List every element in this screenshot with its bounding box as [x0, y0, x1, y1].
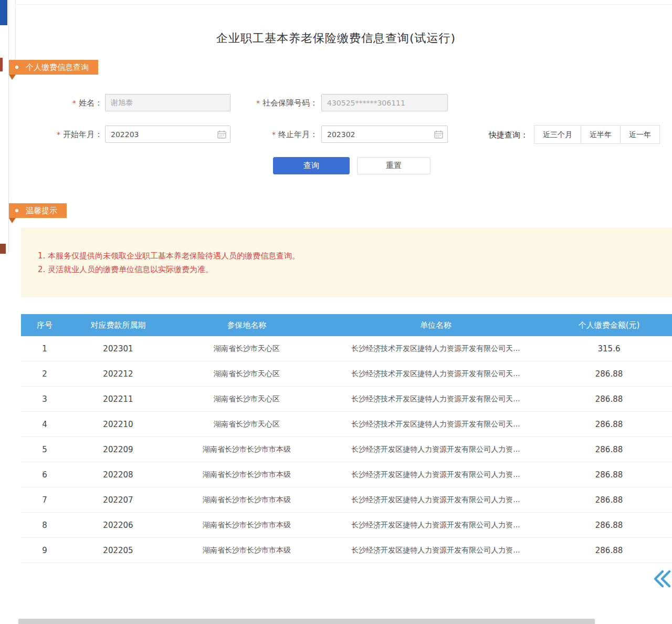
column-header-insured-place: 参保地名称 [168, 320, 326, 330]
query-button[interactable]: 查询 [273, 157, 350, 174]
quick-query-1year-button[interactable]: 近一年 [620, 125, 660, 144]
bullet-dot-icon [15, 209, 18, 212]
reset-button[interactable]: 重置 [357, 157, 430, 174]
required-star: * [256, 99, 260, 107]
cell-index: 8 [21, 521, 68, 530]
start-month-label: *开始年月： [41, 126, 102, 143]
column-header-amount: 个人缴费金额(元) [546, 320, 672, 330]
cell-index: 7 [21, 495, 68, 505]
cell-employer: 长沙经济技术开发区捷特人力资源开发有限公司天... [326, 394, 546, 404]
cell-period: 202205 [68, 546, 168, 555]
cell-index: 6 [21, 470, 68, 480]
cell-insured-place: 湖南省长沙市天心区 [168, 344, 326, 353]
quick-query-button-group: 近三个月 近半年 近一年 [534, 125, 660, 144]
quick-query-halfyear-button[interactable]: 近半年 [581, 125, 621, 144]
table-header-row: 序号 对应费款所属期 参保地名称 单位名称 个人缴费金额(元) [21, 314, 672, 336]
left-edge-artifact [0, 244, 6, 254]
table-row: 9 202205 湖南省长沙市长沙市市本级 长沙经济开发区捷特人力资源开发有限公… [21, 538, 672, 563]
sidebar-tab-fragment [0, 0, 7, 25]
cell-amount: 286.88 [546, 420, 672, 429]
ssn-label: *社会保障号码： [235, 94, 318, 112]
end-month-label: *终止年月： [256, 126, 318, 143]
cell-index: 9 [21, 546, 68, 555]
cell-insured-place: 湖南省长沙市长沙市市本级 [168, 495, 326, 505]
left-edge-artifact [0, 58, 3, 71]
required-star: * [72, 99, 76, 107]
cell-period: 202209 [68, 445, 168, 454]
cell-insured-place: 湖南省长沙市长沙市市本级 [168, 521, 326, 530]
table-row: 4 202210 湖南省长沙市天心区 长沙经济技术开发区捷特人力资源开发有限公司… [21, 412, 672, 437]
cell-period: 202207 [68, 495, 168, 505]
cell-insured-place: 湖南省长沙市长沙市市本级 [168, 546, 326, 555]
required-star: * [57, 130, 60, 139]
table-row: 3 202211 湖南省长沙市天心区 长沙经济技术开发区捷特人力资源开发有限公司… [21, 387, 672, 412]
table-row: 6 202208 湖南省长沙市长沙市市本级 长沙经济开发区捷特人力资源开发有限公… [21, 462, 672, 487]
ribbon-fold [9, 75, 16, 80]
calendar-icon[interactable] [217, 130, 226, 139]
cell-insured-place: 湖南省长沙市长沙市市本级 [168, 470, 326, 480]
cell-amount: 286.88 [546, 546, 672, 555]
cell-amount: 286.88 [546, 445, 672, 454]
cell-amount: 286.88 [546, 470, 672, 480]
cell-amount: 286.88 [546, 521, 672, 530]
cell-index: 4 [21, 420, 68, 429]
cell-index: 2 [21, 369, 68, 379]
cell-period: 202211 [68, 394, 168, 404]
section-header-label: 温馨提示 [26, 206, 57, 216]
cell-employer: 长沙经济开发区捷特人力资源开发有限公司人力资... [326, 445, 546, 454]
required-star: * [272, 130, 276, 139]
cell-period: 202301 [68, 344, 168, 353]
cell-employer: 长沙经济技术开发区捷特人力资源开发有限公司天... [326, 369, 546, 379]
table-row: 1 202301 湖南省长沙市天心区 长沙经济技术开发区捷特人力资源开发有限公司… [21, 336, 672, 361]
tips-box: 1. 本服务仅提供尚未领取企业职工基本养老保险待遇人员的缴费信息查询。 2. 灵… [21, 228, 672, 297]
quick-query-label: 快捷查询： [471, 126, 528, 144]
table-row: 2 202212 湖南省长沙市天心区 长沙经济技术开发区捷特人力资源开发有限公司… [21, 361, 672, 387]
cell-amount: 286.88 [546, 495, 672, 505]
cell-amount: 286.88 [546, 394, 672, 404]
cell-insured-place: 湖南省长沙市长沙市市本级 [168, 445, 326, 454]
cell-employer: 长沙经济技术开发区捷特人力资源开发有限公司天... [326, 344, 546, 353]
table-row: 8 202206 湖南省长沙市长沙市市本级 长沙经济开发区捷特人力资源开发有限公… [21, 513, 672, 538]
tip-line: 1. 本服务仅提供尚未领取企业职工基本养老保险待遇人员的缴费信息查询。 [38, 249, 672, 263]
section-header-label: 个人缴费信息查询 [26, 63, 89, 72]
cell-employer: 长沙经济开发区捷特人力资源开发有限公司人力资... [326, 495, 546, 505]
collapse-double-chevron-icon[interactable] [652, 569, 672, 588]
cell-insured-place: 湖南省长沙市天心区 [168, 394, 326, 404]
cell-index: 1 [21, 344, 68, 353]
bullet-dot-icon [15, 66, 18, 69]
bottom-scroll-strip [18, 619, 595, 624]
cell-employer: 长沙经济开发区捷特人力资源开发有限公司人力资... [326, 521, 546, 530]
cell-insured-place: 湖南省长沙市天心区 [168, 369, 326, 379]
end-month-field[interactable] [321, 126, 448, 143]
cell-employer: 长沙经济开发区捷特人力资源开发有限公司人力资... [326, 546, 546, 555]
ribbon-fold [9, 218, 16, 223]
name-field[interactable] [105, 94, 230, 111]
section-header-personal-payment-query: 个人缴费信息查询 [9, 60, 98, 75]
page-title: 企业职工基本养老保险缴费信息查询(试运行) [0, 30, 672, 46]
table-row: 7 202207 湖南省长沙市长沙市市本级 长沙经济开发区捷特人力资源开发有限公… [21, 487, 672, 513]
name-label: *姓名： [46, 94, 102, 112]
payment-records-table: 序号 对应费款所属期 参保地名称 单位名称 个人缴费金额(元) 1 202301… [21, 314, 672, 563]
cell-amount: 315.6 [546, 344, 672, 353]
cell-insured-place: 湖南省长沙市天心区 [168, 420, 326, 429]
section-header-tips: 温馨提示 [9, 203, 67, 218]
cell-index: 3 [21, 394, 68, 404]
quick-query-3months-button[interactable]: 近三个月 [534, 125, 581, 144]
cell-index: 5 [21, 445, 68, 454]
tip-line: 2. 灵活就业人员的缴费单位信息以实际缴费为准。 [38, 263, 672, 276]
cell-period: 202206 [68, 521, 168, 530]
table-row: 5 202209 湖南省长沙市长沙市市本级 长沙经济开发区捷特人力资源开发有限公… [21, 437, 672, 462]
column-header-period: 对应费款所属期 [68, 320, 168, 330]
cell-employer: 长沙经济技术开发区捷特人力资源开发有限公司天... [326, 420, 546, 429]
table-body: 1 202301 湖南省长沙市天心区 长沙经济技术开发区捷特人力资源开发有限公司… [21, 336, 672, 563]
column-header-index: 序号 [21, 320, 68, 330]
start-month-field[interactable] [105, 126, 230, 143]
column-header-employer: 单位名称 [326, 320, 546, 330]
cell-period: 202212 [68, 369, 168, 379]
calendar-icon[interactable] [434, 130, 443, 139]
cell-period: 202210 [68, 420, 168, 429]
cell-amount: 286.88 [546, 369, 672, 379]
content-card-top-border [15, 4, 672, 5]
ssn-field[interactable] [321, 94, 448, 111]
cell-employer: 长沙经济开发区捷特人力资源开发有限公司人力资... [326, 470, 546, 480]
